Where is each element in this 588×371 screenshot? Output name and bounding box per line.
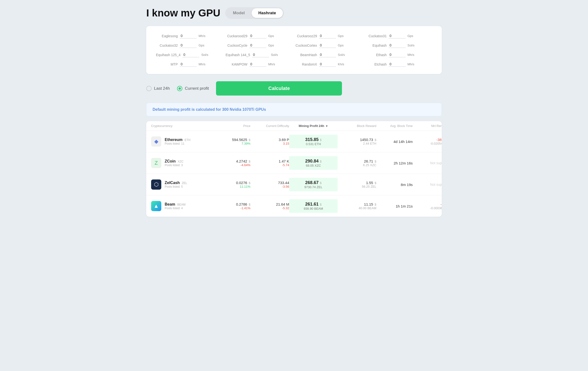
crypto-pools: Pools listed: 5 [165,185,187,188]
info-banner-text: Default mining profit is calculated for … [153,107,266,111]
hashrate-label: Cuckarood29 [226,34,248,38]
crypto-icon: Z [151,158,161,168]
hashrate-input[interactable] [319,52,336,57]
hashrate-input[interactable] [319,33,336,39]
avg-block-cell: 2h 12m 16s [376,161,413,165]
hashrate-unit: Sol/s [201,53,208,57]
th-cryptocurrency: Cryptocurrency [151,124,219,128]
difficulty-value: 733.44 [250,181,289,185]
last24h-radio-circle [146,86,152,91]
hashrate-field-cuckatoo31: Cuckatoo31 Gps [365,33,432,39]
price-cell: 4.2742 $ -4.64% [219,159,250,167]
price-change: 11.11% [219,185,250,188]
th-difficulty: Current Difficulty [250,124,289,128]
difficulty-change: -3.56 [250,185,289,188]
crypto-name: ZelCash ZEL [165,181,187,185]
difficulty-value: 1.47 K [250,159,289,163]
hashrate-label: CuckooCortex [295,43,317,47]
sort-arrow-icon: ▼ [326,125,328,128]
hashrate-field-ethash: Ethash Mh/s [365,52,432,57]
difficulty-change: -5.74 [250,163,289,167]
hashrate-input[interactable] [389,62,406,67]
th-mining-profit[interactable]: Mining Profit 24h ▼ [289,124,338,128]
table-row: ⬡ ZelCash ZEL Pools listed: 5 0.0276 $ 1… [146,174,442,195]
hashrate-input[interactable] [389,43,406,48]
crypto-cell: ▲ Beam BEAM Pools listed: 4 [151,201,219,211]
price-cell: 0.0276 $ 11.11% [219,181,250,188]
th-nh-rent: NH Rent Profit [413,124,442,128]
table-body: ◆ Ethereum ETH Pools listed: 11 594.5625… [146,131,442,217]
hashrate-unit: Sol/s [338,53,345,57]
hashrate-field-equihash: Equihash Sol/s [365,43,432,48]
hashrate-unit: Gps [338,43,344,47]
hashrate-label: Equihash 144_5 [226,53,250,57]
hashrate-label: MTP [156,62,178,66]
difficulty-change: -5.32 [250,206,289,210]
hashrate-input[interactable] [250,62,266,67]
crypto-pools: Pools listed: 11 [165,142,190,145]
table-row: ◆ Ethereum ETH Pools listed: 11 594.5625… [146,131,442,152]
mode-toggle: Model Hashrate [225,7,284,19]
crypto-cell: Z ZCoin XZC Pools listed: 3 [151,158,219,168]
profit-sub-value: 9730.74 ZEL [293,185,334,189]
nh-sub-value: -0.020544 BTC [413,142,442,145]
avg-block-cell: 8m 19s [376,183,413,187]
hashrate-label: Etchash [365,62,387,66]
profit-cell: 268.67 $ 9730.74 ZEL [289,178,338,191]
model-toggle-btn[interactable]: Model [226,8,252,18]
hashrate-unit: Gps [268,34,274,38]
hashrate-input[interactable] [182,52,199,57]
price-change: -4.64% [219,163,250,167]
profit-sub-value: 938.90 BEAM [293,207,334,211]
block-reward-cell: 11.15 $ 40.00 BEAM [338,202,376,210]
block-reward-sub: 56.25 ZEL [338,185,376,188]
hashrate-unit: Mh/s [408,62,414,66]
results-table: Cryptocurrency Price Current Difficulty … [146,121,442,217]
hashrate-input[interactable] [180,33,197,39]
hashrate-input[interactable] [180,43,197,48]
page-title: I know my GPU [146,7,220,19]
current-profit-radio[interactable]: Current profit [177,86,209,91]
hashrate-input[interactable] [389,52,406,57]
hashrate-input[interactable] [319,62,336,67]
hashrate-input[interactable] [252,52,269,57]
hashrate-toggle-btn[interactable]: Hashrate [252,8,283,18]
last24h-radio[interactable]: Last 24h [146,86,170,91]
profit-sub-value: 0.531 ETH [293,142,334,146]
hashrate-input[interactable] [250,43,266,48]
hashrate-input[interactable] [250,33,266,39]
hashrate-field-mtp: MTP Mh/s [156,62,223,67]
difficulty-change: 3.15 [250,142,289,145]
nh-main-value: -6.92 $ [413,202,442,206]
th-avg-block: Avg. Block Time [376,124,413,128]
hashrate-unit: Mh/s [408,53,414,57]
header: I know my GPU Model Hashrate [146,7,442,19]
profit-main-value: 268.67 $ [293,180,334,185]
crypto-name-block: ZelCash ZEL Pools listed: 5 [165,181,187,188]
hashrate-label: BeamHash [295,53,317,57]
calculate-button[interactable]: Calculate [216,81,342,96]
last24h-label: Last 24h [154,86,170,91]
avg-block-cell: 4d 14h 14m [376,140,413,144]
profit-main-value: 290.84 $ [293,159,334,164]
crypto-icon: ▲ [151,201,161,211]
crypto-icon: ◆ [151,136,161,147]
block-reward-sub: 6.25 XZC [338,163,376,167]
hashrate-input[interactable] [389,33,406,39]
current-profit-radio-circle [177,86,182,91]
hashrate-unit: Mh/s [199,34,205,38]
crypto-name: Ethereum ETH [165,138,190,142]
hashrate-unit: Mh/s [199,62,205,66]
hashrate-panel: Eaglesong Mh/s Cuckarood29 Gps Cuckarooz… [146,26,442,74]
difficulty-cell: 1.47 K -5.74 [250,159,289,167]
hashrate-field-cuckarood29: Cuckarood29 Gps [226,33,293,39]
table-header: Cryptocurrency Price Current Difficulty … [146,121,442,131]
hashrate-unit: Gps [199,43,204,47]
hashrate-unit: Gps [338,34,344,38]
crypto-cell: ◆ Ethereum ETH Pools listed: 11 [151,136,219,147]
block-reward-cell: 1450.73 $ 2.44 ETH [338,138,376,145]
price-value: 0.0276 $ [219,181,250,185]
hashrate-field-etchash: Etchash Mh/s [365,62,432,67]
hashrate-input[interactable] [319,43,336,48]
hashrate-input[interactable] [180,62,197,67]
